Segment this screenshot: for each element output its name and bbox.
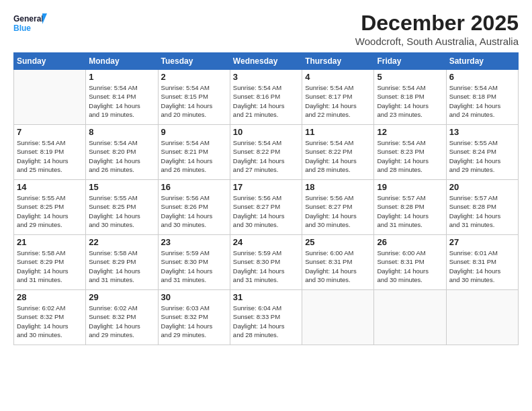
day-number: 24 — [233, 237, 299, 247]
day-info: Sunrise: 5:56 AM Sunset: 8:27 PM Dayligh… — [233, 193, 299, 229]
header-friday: Friday — [374, 53, 446, 70]
week-row-4: 21Sunrise: 5:58 AM Sunset: 8:29 PM Dayli… — [14, 235, 519, 290]
day-info: Sunrise: 6:04 AM Sunset: 8:33 PM Dayligh… — [233, 304, 299, 339]
day-number: 3 — [233, 72, 299, 82]
day-number: 19 — [377, 182, 443, 192]
day-info: Sunrise: 5:58 AM Sunset: 8:29 PM Dayligh… — [89, 248, 154, 284]
day-info: Sunrise: 5:56 AM Sunset: 8:27 PM Dayligh… — [305, 193, 371, 229]
day-number: 1 — [89, 72, 154, 82]
day-number: 9 — [161, 127, 227, 137]
cell-w2-d5: 11Sunrise: 5:54 AM Sunset: 8:22 PM Dayli… — [302, 125, 374, 180]
header-saturday: Saturday — [446, 53, 518, 70]
cell-w5-d5 — [302, 290, 374, 345]
day-number: 23 — [161, 237, 227, 247]
day-number: 11 — [305, 127, 371, 137]
day-info: Sunrise: 5:54 AM Sunset: 8:17 PM Dayligh… — [305, 83, 371, 119]
cell-w3-d7: 20Sunrise: 5:57 AM Sunset: 8:28 PM Dayli… — [446, 180, 518, 235]
day-number: 5 — [377, 72, 443, 82]
day-number: 7 — [17, 127, 83, 137]
day-number: 22 — [89, 237, 154, 247]
cell-w2-d1: 7Sunrise: 5:54 AM Sunset: 8:19 PM Daylig… — [14, 125, 86, 180]
day-info: Sunrise: 5:54 AM Sunset: 8:23 PM Dayligh… — [377, 138, 443, 174]
day-number: 27 — [449, 237, 515, 247]
day-info: Sunrise: 5:54 AM Sunset: 8:18 PM Dayligh… — [449, 83, 515, 119]
cell-w4-d3: 23Sunrise: 5:59 AM Sunset: 8:30 PM Dayli… — [158, 235, 230, 290]
day-info: Sunrise: 5:54 AM Sunset: 8:16 PM Dayligh… — [233, 83, 299, 119]
day-info: Sunrise: 5:57 AM Sunset: 8:28 PM Dayligh… — [449, 193, 515, 229]
cell-w3-d3: 16Sunrise: 5:56 AM Sunset: 8:26 PM Dayli… — [158, 180, 230, 235]
day-info: Sunrise: 5:55 AM Sunset: 8:25 PM Dayligh… — [17, 193, 83, 229]
cell-w2-d7: 13Sunrise: 5:55 AM Sunset: 8:24 PM Dayli… — [446, 125, 518, 180]
day-info: Sunrise: 5:59 AM Sunset: 8:30 PM Dayligh… — [233, 248, 299, 284]
day-number: 14 — [17, 182, 83, 192]
day-info: Sunrise: 5:55 AM Sunset: 8:25 PM Dayligh… — [89, 193, 154, 229]
cell-w5-d6 — [374, 290, 446, 345]
day-info: Sunrise: 5:54 AM Sunset: 8:20 PM Dayligh… — [89, 138, 154, 174]
cell-w3-d2: 15Sunrise: 5:55 AM Sunset: 8:25 PM Dayli… — [86, 180, 158, 235]
day-number: 4 — [305, 72, 371, 82]
day-info: Sunrise: 5:54 AM Sunset: 8:14 PM Dayligh… — [89, 83, 154, 119]
cell-w2-d6: 12Sunrise: 5:54 AM Sunset: 8:23 PM Dayli… — [374, 125, 446, 180]
week-row-2: 7Sunrise: 5:54 AM Sunset: 8:19 PM Daylig… — [14, 125, 519, 180]
day-number: 30 — [161, 292, 227, 302]
calendar-header-row: Sunday Monday Tuesday Wednesday Thursday… — [14, 53, 519, 70]
logo: General Blue — [13, 11, 47, 39]
day-number: 12 — [377, 127, 443, 137]
header-tuesday: Tuesday — [158, 53, 230, 70]
svg-text:Blue: Blue — [13, 24, 31, 33]
cell-w4-d6: 26Sunrise: 6:00 AM Sunset: 8:31 PM Dayli… — [374, 235, 446, 290]
day-info: Sunrise: 6:00 AM Sunset: 8:31 PM Dayligh… — [377, 248, 443, 284]
header-wednesday: Wednesday — [230, 53, 302, 70]
cell-w3-d4: 17Sunrise: 5:56 AM Sunset: 8:27 PM Dayli… — [230, 180, 302, 235]
cell-w2-d2: 8Sunrise: 5:54 AM Sunset: 8:20 PM Daylig… — [86, 125, 158, 180]
day-number: 17 — [233, 182, 299, 192]
page-title: December 2025 — [355, 11, 519, 36]
cell-w4-d7: 27Sunrise: 6:01 AM Sunset: 8:31 PM Dayli… — [446, 235, 518, 290]
page-subtitle: Woodcroft, South Australia, Australia — [355, 36, 519, 47]
day-info: Sunrise: 5:59 AM Sunset: 8:30 PM Dayligh… — [161, 248, 227, 284]
cell-w4-d2: 22Sunrise: 5:58 AM Sunset: 8:29 PM Dayli… — [86, 235, 158, 290]
day-number: 20 — [449, 182, 515, 192]
cell-w1-d1 — [14, 70, 86, 125]
cell-w5-d4: 31Sunrise: 6:04 AM Sunset: 8:33 PM Dayli… — [230, 290, 302, 345]
day-info: Sunrise: 6:02 AM Sunset: 8:32 PM Dayligh… — [89, 304, 154, 339]
day-number: 10 — [233, 127, 299, 137]
cell-w3-d6: 19Sunrise: 5:57 AM Sunset: 8:28 PM Dayli… — [374, 180, 446, 235]
day-number: 26 — [377, 237, 443, 247]
day-number: 6 — [449, 72, 515, 82]
cell-w5-d1: 28Sunrise: 6:02 AM Sunset: 8:32 PM Dayli… — [14, 290, 86, 345]
day-info: Sunrise: 5:56 AM Sunset: 8:26 PM Dayligh… — [161, 193, 227, 229]
day-number: 31 — [233, 292, 299, 302]
day-info: Sunrise: 5:54 AM Sunset: 8:22 PM Dayligh… — [305, 138, 371, 174]
cell-w4-d1: 21Sunrise: 5:58 AM Sunset: 8:29 PM Dayli… — [14, 235, 86, 290]
header-thursday: Thursday — [302, 53, 374, 70]
cell-w2-d4: 10Sunrise: 5:54 AM Sunset: 8:22 PM Dayli… — [230, 125, 302, 180]
svg-text:General: General — [13, 14, 44, 24]
calendar-table: Sunday Monday Tuesday Wednesday Thursday… — [13, 52, 519, 345]
day-number: 2 — [161, 72, 227, 82]
day-number: 8 — [89, 127, 154, 137]
cell-w2-d3: 9Sunrise: 5:54 AM Sunset: 8:21 PM Daylig… — [158, 125, 230, 180]
cell-w3-d1: 14Sunrise: 5:55 AM Sunset: 8:25 PM Dayli… — [14, 180, 86, 235]
cell-w1-d3: 2Sunrise: 5:54 AM Sunset: 8:15 PM Daylig… — [158, 70, 230, 125]
header-monday: Monday — [86, 53, 158, 70]
cell-w1-d4: 3Sunrise: 5:54 AM Sunset: 8:16 PM Daylig… — [230, 70, 302, 125]
day-info: Sunrise: 5:58 AM Sunset: 8:29 PM Dayligh… — [17, 248, 83, 284]
cell-w5-d2: 29Sunrise: 6:02 AM Sunset: 8:32 PM Dayli… — [86, 290, 158, 345]
cell-w4-d4: 24Sunrise: 5:59 AM Sunset: 8:30 PM Dayli… — [230, 235, 302, 290]
day-info: Sunrise: 5:54 AM Sunset: 8:21 PM Dayligh… — [161, 138, 227, 174]
header-sunday: Sunday — [14, 53, 86, 70]
day-info: Sunrise: 5:54 AM Sunset: 8:15 PM Dayligh… — [161, 83, 227, 119]
cell-w5-d7 — [446, 290, 518, 345]
cell-w3-d5: 18Sunrise: 5:56 AM Sunset: 8:27 PM Dayli… — [302, 180, 374, 235]
day-number: 25 — [305, 237, 371, 247]
cell-w4-d5: 25Sunrise: 6:00 AM Sunset: 8:31 PM Dayli… — [302, 235, 374, 290]
day-info: Sunrise: 5:54 AM Sunset: 8:19 PM Dayligh… — [17, 138, 83, 174]
day-info: Sunrise: 5:54 AM Sunset: 8:18 PM Dayligh… — [377, 83, 443, 119]
week-row-5: 28Sunrise: 6:02 AM Sunset: 8:32 PM Dayli… — [14, 290, 519, 345]
cell-w1-d2: 1Sunrise: 5:54 AM Sunset: 8:14 PM Daylig… — [86, 70, 158, 125]
day-number: 28 — [17, 292, 83, 302]
cell-w5-d3: 30Sunrise: 6:03 AM Sunset: 8:32 PM Dayli… — [158, 290, 230, 345]
day-info: Sunrise: 6:02 AM Sunset: 8:32 PM Dayligh… — [17, 304, 83, 339]
week-row-1: 1Sunrise: 5:54 AM Sunset: 8:14 PM Daylig… — [14, 70, 519, 125]
